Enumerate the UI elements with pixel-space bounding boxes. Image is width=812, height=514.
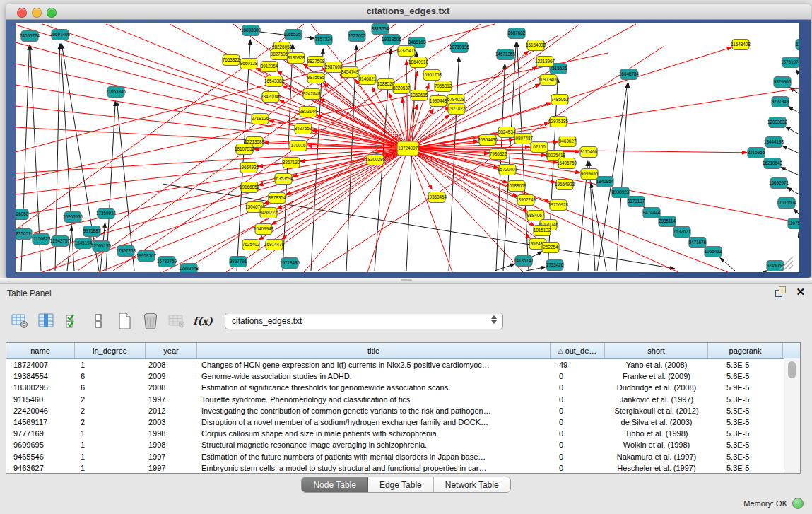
- graph-node[interactable]: 1527602: [348, 31, 366, 42]
- table-row[interactable]: 946362711997Embryonic stem cells: a mode…: [6, 462, 800, 474]
- tab-node-table[interactable]: Node Table: [302, 477, 368, 492]
- graph-node[interactable]: 9975887: [83, 226, 101, 237]
- graph-node[interactable]: 7857224: [315, 35, 333, 45]
- graph-node[interactable]: 2935114: [659, 216, 676, 227]
- graph-node[interactable]: 15692971: [769, 178, 789, 189]
- tab-edge-table[interactable]: Edge Table: [368, 477, 434, 492]
- import-table-disabled-icon[interactable]: [167, 311, 187, 331]
- graph-node[interactable]: 10655257: [283, 30, 304, 40]
- graph-node[interactable]: 19958167: [136, 251, 157, 262]
- column-header-pagerank[interactable]: pagerank: [708, 343, 783, 358]
- graph-node[interactable]: 7632621: [673, 227, 691, 238]
- graph-node[interactable]: 170016: [290, 141, 307, 151]
- graph-node[interactable]: 16914479: [264, 240, 285, 250]
- graph-node[interactable]: 16782759: [157, 257, 177, 267]
- table-row[interactable]: 1830029562008Estimation of significance …: [6, 382, 800, 393]
- graph-node[interactable]: 17016504: [777, 198, 797, 209]
- graph-node[interactable]: 11548408: [731, 40, 751, 50]
- graph-node[interactable]: 8813054: [372, 24, 389, 35]
- delete-trash-icon[interactable]: [141, 311, 160, 331]
- graph-node[interactable]: 16033809: [241, 25, 261, 36]
- graph-node[interactable]: 10807487: [513, 134, 534, 144]
- graph-node[interactable]: 17957253: [116, 246, 136, 257]
- table-column-icon[interactable]: [36, 311, 56, 331]
- graph-node[interactable]: 252254: [542, 243, 559, 253]
- graph-node[interactable]: 7986322: [490, 149, 507, 160]
- table-row[interactable]: 1872400712008Changes of HCN gene express…: [6, 359, 800, 370]
- graph-node[interactable]: 9115460: [580, 147, 598, 158]
- graph-node[interactable]: 9463627: [559, 136, 577, 147]
- column-header-short[interactable]: short: [605, 343, 708, 358]
- graph-node[interactable]: 13444193: [764, 137, 784, 148]
- graph-node[interactable]: 9827508: [307, 57, 325, 67]
- graph-node[interactable]: 16648784: [619, 69, 640, 80]
- graph-node[interactable]: 12325419: [396, 46, 417, 57]
- graph-node[interactable]: 18300295: [365, 155, 386, 165]
- graph-node[interactable]: 14136141: [514, 256, 534, 267]
- resize-grip-icon[interactable]: [789, 265, 793, 269]
- graph-node[interactable]: 15751074: [781, 57, 799, 68]
- graph-node[interactable]: 20364436: [478, 135, 498, 146]
- graph-node[interactable]: 8267130: [283, 158, 300, 168]
- column-header-name[interactable]: name: [6, 343, 75, 358]
- graph-node[interactable]: 9245052: [767, 261, 784, 271]
- graph-node[interactable]: 16154808: [526, 40, 546, 51]
- graph-node[interactable]: 18724007: [397, 141, 418, 156]
- table-row[interactable]: 969969511998Structural magnetic resonanc…: [6, 439, 800, 450]
- graph-node[interactable]: 18640910: [408, 57, 429, 68]
- graph-node[interactable]: 7955812: [435, 81, 452, 92]
- table-row[interactable]: 946554611997Estimation of the future num…: [6, 451, 800, 462]
- tab-network-table[interactable]: Network Table: [434, 477, 510, 492]
- graph-node[interactable]: 2803144: [300, 107, 317, 117]
- graph-node[interactable]: 9875685: [307, 73, 325, 83]
- graph-node[interactable]: 16495750: [557, 158, 577, 169]
- graph-node[interactable]: 16210643: [763, 158, 783, 169]
- graph-node[interactable]: 2718126: [252, 114, 269, 124]
- splitter-handle-icon[interactable]: [401, 279, 412, 281]
- graph-node[interactable]: 9660128: [240, 59, 258, 69]
- graph-node[interactable]: 9474444: [643, 208, 661, 218]
- graph-node[interactable]: 1545194: [75, 238, 93, 249]
- graph-node[interactable]: 7485063: [551, 95, 569, 105]
- table-selector-dropdown[interactable]: citations_edges.txt: [225, 313, 503, 329]
- graph-node[interactable]: 9827505: [271, 49, 288, 60]
- graph-node[interactable]: 21053346: [106, 87, 126, 98]
- graph-node[interactable]: 23420046: [261, 92, 281, 103]
- graph-node[interactable]: 9227349: [772, 97, 789, 107]
- graph-node[interactable]: 1990448: [430, 96, 447, 107]
- graph-node[interactable]: 12505135: [91, 241, 112, 252]
- stacked-rows-icon[interactable]: [88, 311, 108, 331]
- graph-node[interactable]: 62160: [531, 142, 548, 153]
- column-header-title[interactable]: title: [197, 343, 551, 358]
- graph-node[interactable]: 16543382: [264, 76, 285, 87]
- column-header-out_de[interactable]: △out_de…: [551, 343, 605, 358]
- graph-node[interactable]: 19654923: [555, 180, 575, 190]
- graph-node[interactable]: 2687682: [508, 28, 526, 39]
- graph-node[interactable]: 15718485: [280, 258, 300, 269]
- table-row[interactable]: 977716911998Corpus callosum shape and si…: [6, 428, 800, 439]
- graph-node[interactable]: 12942757: [50, 236, 71, 247]
- dropdown-stepper-icon[interactable]: [491, 315, 497, 324]
- table-row[interactable]: 911546021997Tourette syndrome. Phenomeno…: [6, 394, 800, 405]
- graph-node[interactable]: 2987608: [325, 62, 343, 73]
- graph-node[interactable]: 2626050: [16, 209, 29, 220]
- graph-node[interactable]: 1840954: [596, 177, 614, 187]
- select-columns-checks-icon[interactable]: [62, 311, 82, 331]
- graph-node[interactable]: 10973403: [539, 75, 559, 86]
- graph-node[interactable]: 16961758: [422, 70, 442, 81]
- graph-node[interactable]: 9329966: [774, 77, 792, 88]
- graph-node[interactable]: 8220537: [393, 83, 411, 94]
- graph-node[interactable]: 9857791: [230, 257, 247, 267]
- graph-node[interactable]: 15720407: [498, 165, 518, 175]
- network-canvas[interactable]: 1872400724055724206914061603380910655257…: [16, 23, 799, 272]
- graph-node[interactable]: 7663822: [223, 55, 240, 66]
- graph-node[interactable]: 17359924: [96, 209, 117, 219]
- graph-node[interactable]: 12093832: [767, 117, 788, 128]
- graph-node[interactable]: 8454749: [341, 67, 359, 78]
- graph-node[interactable]: 8186328: [288, 53, 305, 64]
- graph-node[interactable]: 18907249: [516, 195, 536, 206]
- graph-node[interactable]: 12975185: [548, 117, 569, 127]
- graph-node[interactable]: 1815132: [534, 226, 551, 236]
- graph-node[interactable]: 12923448: [179, 264, 199, 273]
- table-row[interactable]: 1456911722003Disruption of a novel membe…: [6, 416, 800, 428]
